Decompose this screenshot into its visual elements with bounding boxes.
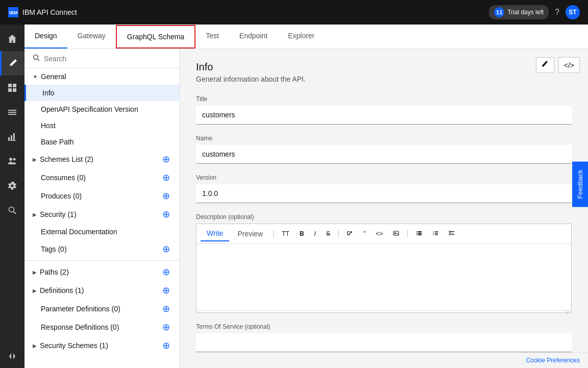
nav-item-info[interactable]: Info	[24, 85, 179, 101]
topbar: IBM IBM API Connect 11 Trial days left ?…	[0, 0, 588, 24]
content-area: ▼ General Info OpenAPI Specification Ver…	[24, 49, 588, 368]
title-form-group: Title	[196, 95, 572, 125]
tab-design[interactable]: Design	[24, 24, 67, 48]
nav-sec-schemes[interactable]: ▶ Security Schemes (1) ⊕	[24, 336, 179, 355]
editor-ul-btn[interactable]	[412, 228, 426, 240]
nav-definitions[interactable]: ▶ Definitions (1) ⊕	[24, 281, 179, 300]
editor-body[interactable]	[197, 244, 571, 310]
schemes-label: Schemes List (2)	[40, 155, 93, 163]
svg-rect-26	[418, 234, 422, 235]
svg-rect-5	[13, 88, 16, 92]
svg-rect-28	[435, 231, 438, 232]
tab-bar: Design Gateway GraphQL Schema Test Endpo…	[24, 24, 588, 49]
definitions-add-icon[interactable]: ⊕	[161, 285, 171, 296]
svg-rect-8	[8, 114, 16, 115]
rail-settings-icon[interactable]	[0, 174, 24, 198]
main-content: </> Info General information about the A…	[180, 49, 588, 368]
nav-schemes[interactable]: ▶ Schemes List (2) ⊕	[24, 150, 179, 168]
nav-resp-defs[interactable]: Response Definitions (0) ⊕	[24, 318, 179, 336]
svg-rect-19	[394, 231, 399, 235]
produces-add-icon[interactable]: ⊕	[161, 191, 171, 201]
terms-input[interactable]	[196, 333, 572, 352]
rail-home-icon[interactable]	[0, 27, 24, 51]
svg-point-14	[13, 158, 16, 161]
description-label: Description (optional)	[196, 213, 572, 220]
editor-link-btn[interactable]	[343, 228, 357, 240]
feedback-tab[interactable]: Feedback	[572, 161, 588, 207]
tab-endpoint[interactable]: Endpoint	[229, 24, 278, 48]
svg-point-17	[34, 55, 38, 60]
search-icon	[33, 54, 40, 63]
editor-resize-handle[interactable]	[197, 310, 571, 312]
editor-code-btn[interactable]: <>	[372, 228, 387, 239]
name-input[interactable]	[196, 145, 572, 164]
code-view-button[interactable]: </>	[558, 57, 580, 73]
rail-chart-icon[interactable]	[0, 125, 24, 149]
editor-ol-btn[interactable]: 1.2.3.	[428, 228, 443, 240]
editor-tt-btn[interactable]: TT	[278, 228, 293, 239]
search-bar	[24, 49, 179, 68]
nav-paths[interactable]: ▶ Paths (2) ⊕	[24, 263, 179, 281]
editor-preview-tab[interactable]: Preview	[231, 227, 269, 241]
nav-ext-docs[interactable]: External Documentation	[24, 224, 179, 240]
editor-image-btn[interactable]	[389, 228, 403, 240]
editor-write-tab[interactable]: Write	[201, 226, 229, 241]
editor-strike-btn[interactable]: S	[322, 228, 334, 239]
nav-item-openapi[interactable]: OpenAPI Specification Version	[24, 101, 179, 117]
editor-bold-btn[interactable]: B	[296, 228, 308, 239]
app-layout: Design Gateway GraphQL Schema Test Endpo…	[0, 24, 588, 368]
search-input[interactable]	[44, 55, 171, 63]
nav-item-host[interactable]: Host	[24, 117, 179, 134]
editor-task-btn[interactable]	[445, 228, 459, 240]
rail-search-icon[interactable]	[0, 198, 24, 223]
nav-item-basepath[interactable]: Base Path	[24, 134, 179, 150]
rail-expand-icon[interactable]	[0, 353, 24, 360]
user-avatar[interactable]: ST	[566, 5, 580, 19]
topbar-right: 11 Trial days left ? ST	[489, 5, 580, 19]
schemes-chevron-icon: ▶	[33, 157, 37, 162]
rail-list-icon[interactable]	[0, 100, 24, 125]
nav-param-defs[interactable]: Parameter Definitions (0) ⊕	[24, 300, 179, 318]
nav-produces[interactable]: Produces (0) ⊕	[24, 187, 179, 205]
editor-quote-btn[interactable]: "	[359, 228, 370, 239]
edit-button[interactable]	[536, 57, 554, 73]
help-icon[interactable]: ?	[555, 8, 559, 17]
nav-tags[interactable]: Tags (0) ⊕	[24, 240, 179, 258]
nav-consumes[interactable]: Consumes (0) ⊕	[24, 168, 179, 187]
editor-italic-btn[interactable]: I	[310, 228, 320, 239]
ext-docs-label: External Documentation	[33, 228, 117, 236]
title-input[interactable]	[196, 106, 572, 125]
param-defs-label: Parameter Definitions (0)	[33, 305, 120, 313]
svg-rect-2	[8, 84, 12, 87]
nav-general-header[interactable]: ▼ General	[24, 68, 179, 85]
tab-graphql[interactable]: GraphQL Schema	[116, 25, 195, 48]
icon-rail	[0, 24, 24, 368]
security-add-icon[interactable]: ⊕	[161, 209, 171, 219]
cookie-bar[interactable]: Cookie Preferences	[518, 352, 588, 368]
svg-rect-7	[8, 112, 16, 113]
schemes-add-icon[interactable]: ⊕	[161, 154, 171, 164]
consumes-add-icon[interactable]: ⊕	[161, 173, 171, 183]
tab-test[interactable]: Test	[195, 24, 229, 48]
name-label: Name	[196, 135, 572, 142]
rail-people-icon[interactable]	[0, 149, 24, 174]
resp-defs-label: Response Definitions (0)	[33, 323, 119, 331]
sec-schemes-add-icon[interactable]: ⊕	[161, 340, 171, 351]
nav-security[interactable]: ▶ Security (1) ⊕	[24, 205, 179, 224]
rail-grid-icon[interactable]	[0, 76, 24, 100]
version-input[interactable]	[196, 184, 572, 203]
tab-explorer[interactable]: Explorer	[278, 24, 325, 48]
resp-defs-add-icon[interactable]: ⊕	[161, 322, 171, 332]
tab-gateway[interactable]: Gateway	[67, 24, 116, 48]
general-label: General	[41, 72, 66, 81]
rail-edit-icon[interactable]	[0, 51, 24, 76]
paths-add-icon[interactable]: ⊕	[161, 267, 171, 277]
code-icon: </>	[564, 61, 574, 69]
title-label: Title	[196, 95, 572, 103]
definitions-chevron-icon: ▶	[33, 288, 37, 293]
version-label: Version	[196, 174, 572, 181]
tags-add-icon[interactable]: ⊕	[161, 244, 171, 254]
param-defs-add-icon[interactable]: ⊕	[161, 304, 171, 314]
svg-rect-34	[451, 231, 454, 232]
trial-label: Trial days left	[507, 9, 544, 16]
